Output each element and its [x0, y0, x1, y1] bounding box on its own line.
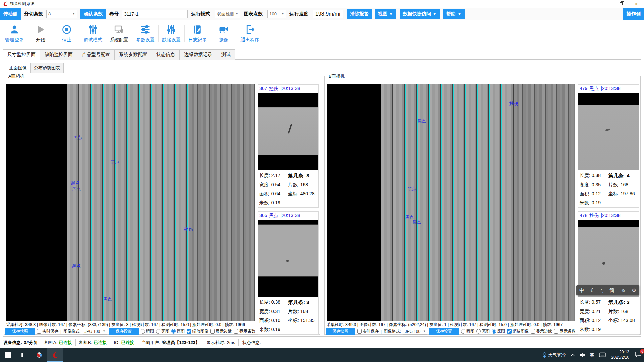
save-snapshot-button[interactable]: 保存快照 — [326, 328, 355, 335]
camera-b-conn-status: 已连接 — [94, 340, 107, 346]
start-button[interactable] — [0, 348, 16, 362]
image-format-label: 图像格式: — [384, 328, 401, 334]
defect-annotation: 黑点 — [72, 263, 81, 269]
run-mode-select[interactable]: 双面检测▼ — [215, 10, 240, 18]
tab-product-model-config[interactable]: 产品型号配置 — [77, 49, 115, 60]
emoji-icon[interactable]: ☺ — [621, 288, 626, 293]
notification-center-button[interactable]: 6 — [633, 348, 644, 362]
zoom-image-checkbox[interactable]: 缩放图像 — [507, 328, 529, 334]
weather-widget[interactable]: 天气寒冷 — [540, 348, 568, 362]
camera-a-controls: 保存快照 实时保存 |图像格式: JPG 100▼ 保存设置 暗图 亮图 原图 … — [5, 328, 255, 335]
defect-thumbnail — [258, 93, 318, 170]
close-button[interactable]: × — [629, 0, 644, 8]
moon-icon[interactable]: ☾ — [590, 287, 595, 293]
main-tab-bar: 尺寸监控界面 缺陷监控界面 产品型号配置 系统参数配置 状态信息 边缘数据记录 … — [3, 49, 235, 60]
tab-edge-data-record[interactable]: 边缘数据记录 — [180, 49, 217, 60]
ime-chinese-mode[interactable]: 中 — [579, 287, 584, 294]
punctuation-mode-icon[interactable]: ’, — [601, 288, 604, 293]
admin-login-button[interactable]: 管理登录 — [1, 20, 28, 46]
defect-card[interactable]: 367挫伤|20:13:38 长度: 2.17 第几条: 8 宽度: 0.54 … — [258, 84, 319, 208]
ime-settings-gear-icon[interactable]: ⚙ — [632, 287, 636, 293]
image-format-select[interactable]: JPG 100▼ — [403, 328, 427, 335]
defect-annotations-b: 挫伤黑点黑点黑点黑点 — [327, 84, 575, 321]
show-strips-checkbox[interactable]: 显示条数 — [234, 328, 255, 334]
system-tray: 天气寒冷 英 20:13 2025/2/10 6 — [540, 348, 644, 362]
original-image-radio[interactable]: 原图 — [171, 328, 185, 334]
defect-annotations-a: 黑点黑点黑点黑点挫伤黑点黑点 — [6, 84, 255, 321]
image-format-select[interactable]: JPG 100▼ — [83, 328, 107, 335]
current-user-value: 管理员【123-123】 — [162, 340, 200, 346]
save-settings-button[interactable]: 保存设置 — [109, 328, 139, 335]
clear-alarm-button[interactable]: 清除报警 — [347, 9, 372, 19]
drive-side-button[interactable]: 传动侧 — [0, 8, 21, 20]
roll-label: 卷号 — [109, 11, 119, 17]
title-bar: 视觉检测系统 × — [0, 0, 644, 8]
capture-button[interactable]: 摄像 — [211, 20, 237, 46]
time-value: 20:13 — [619, 350, 629, 355]
tab-size-monitor[interactable]: 尺寸监控界面 — [3, 49, 40, 60]
realtime-save-checkbox[interactable]: 实时保存 — [37, 328, 58, 334]
tab-test[interactable]: 测试 — [217, 49, 235, 60]
save-snapshot-button[interactable]: 保存快照 — [5, 328, 35, 335]
roll-input[interactable] — [122, 10, 188, 18]
touch-keyboard-button[interactable] — [597, 348, 608, 362]
zoom-image-checkbox[interactable]: 缩放图像 — [187, 328, 208, 334]
speed-value: 198.9m/mi — [313, 10, 343, 18]
tab-defect-monitor[interactable]: 缺陷监控界面 — [40, 49, 77, 60]
bright-image-radio[interactable]: 亮图 — [476, 328, 490, 334]
data-access-menu-button[interactable]: 数据快捷访问 ▼ — [400, 9, 440, 19]
show-edge-checkbox[interactable]: 显示边缘 — [531, 328, 552, 334]
tab-front-image[interactable]: 正面图像 — [6, 63, 31, 73]
defect-card[interactable]: 478挫伤|20:13:38 长度: 0.57 第几条: 3 宽度: 0.21 … — [578, 211, 639, 335]
clock[interactable]: 20:13 2025/2/10 — [608, 350, 633, 360]
defect-card[interactable]: 366黑点|20:13:38 长度: 0.38 第几条: 3 宽度: 0.31 … — [258, 211, 319, 335]
show-edge-checkbox[interactable]: 显示边缘 — [210, 328, 232, 334]
tab-status-info[interactable]: 状态信息 — [152, 49, 180, 60]
system-config-button[interactable]: 系统配置 — [106, 20, 132, 46]
help-menu-button[interactable]: 帮助 ▼ — [443, 9, 465, 19]
operate-side-button[interactable]: 操作侧 — [623, 8, 644, 20]
save-settings-button[interactable]: 保存设置 — [429, 328, 459, 335]
bright-image-radio[interactable]: 亮图 — [156, 328, 169, 334]
volume-button[interactable] — [577, 348, 588, 362]
image-format-label: 图像格式: — [63, 328, 80, 334]
stop-button[interactable]: 停止 — [54, 20, 80, 46]
tab-distribution-trend-chart[interactable]: 分布趋势图表 — [31, 63, 64, 73]
view-menu-button[interactable]: 视图 ▼ — [375, 9, 396, 19]
tab-system-param-config[interactable]: 系统参数配置 — [115, 49, 152, 60]
defect-annotation: 黑点 — [413, 219, 421, 225]
pinned-app-button[interactable] — [32, 348, 47, 362]
chart-points-select[interactable]: 100▼ — [267, 10, 286, 18]
dark-image-radio[interactable]: 暗图 — [461, 328, 474, 334]
log-record-button[interactable]: 日志记录 — [184, 20, 211, 46]
defect-card[interactable]: 479黑点|20:13:38 长度: 0.38 第几条: 4 宽度: 0.35 … — [578, 84, 639, 208]
defect-settings-button[interactable]: 缺陷设置 — [158, 20, 184, 46]
ime-language-bar[interactable]: 中 ☾ ’, 简 ☺ ⚙ — [576, 285, 639, 295]
camera-a-image[interactable]: 黑点黑点黑点黑点挫伤黑点黑点 — [6, 84, 255, 321]
chevron-down-icon: ▼ — [71, 12, 76, 15]
task-view-button[interactable] — [16, 348, 32, 362]
restore-button[interactable] — [613, 0, 629, 8]
debug-mode-button[interactable]: 调试模式 — [80, 20, 106, 46]
minimize-button[interactable] — [598, 0, 613, 8]
main-toolbar: 传动侧 分切条数 8▼ 确认条数 卷号 运行模式: 双面检测▼ 图表点数: 10… — [0, 8, 644, 20]
start-button[interactable]: 开始 — [28, 20, 54, 46]
input-language-indicator[interactable]: 英 — [588, 348, 597, 362]
tray-overflow-button[interactable] — [568, 348, 577, 362]
exit-program-button[interactable]: 退出程序 — [237, 20, 263, 46]
original-image-radio[interactable]: 原图 — [492, 328, 505, 334]
dark-image-radio[interactable]: 暗图 — [141, 328, 154, 334]
defect-thumbnail — [258, 220, 318, 297]
parameter-settings-button[interactable]: 参数设置 — [132, 20, 158, 46]
vision-app-button[interactable] — [47, 348, 63, 362]
slit-count-select[interactable]: 8▼ — [46, 10, 77, 18]
icon-toolbar: 管理登录 开始 停止 调试模式 系统配置 参数设置 缺陷设置 日志记录 摄像 退… — [0, 20, 644, 46]
confirm-count-button[interactable]: 确认条数 — [80, 9, 106, 19]
defect-annotation: 挫伤 — [509, 101, 518, 107]
camera-a-defect-list: 367挫伤|20:13:38 长度: 2.17 第几条: 8 宽度: 0.54 … — [258, 84, 319, 338]
simplified-mode[interactable]: 简 — [609, 287, 614, 294]
stop-icon — [62, 24, 72, 35]
camera-b-image[interactable]: 挫伤黑点黑点黑点黑点 — [327, 84, 575, 321]
show-strips-checkbox[interactable]: 显示条数 — [554, 328, 576, 334]
realtime-save-checkbox[interactable]: 实时保存 — [357, 328, 379, 334]
